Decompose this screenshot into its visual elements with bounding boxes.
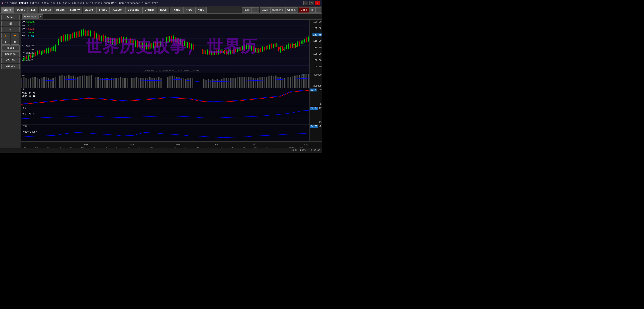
- detail-date: 04 Aug 20: [22, 45, 34, 48]
- price-axis: 130.00 125.00 120.05 115.00 110.00 105.0…: [310, 20, 322, 73]
- svg-rect-324: [30, 78, 32, 88]
- price-chart[interactable]: O= 116.90 H= 121.25 L= 116.65 L= 120.05 …: [21, 20, 322, 73]
- svg-rect-397: [214, 80, 216, 88]
- day-26: 26: [231, 147, 234, 148]
- svg-rect-327: [36, 78, 38, 88]
- star-icon-button[interactable]: ★: [1, 33, 10, 39]
- month-mar: Mar: [84, 144, 88, 146]
- day-16: 16: [104, 147, 107, 148]
- delta-value: +2.15: [26, 35, 34, 38]
- candle-group-peak: [58, 29, 91, 46]
- rsi-svg: [21, 106, 309, 124]
- close-value: 120.05: [26, 31, 36, 34]
- day-27: 27: [24, 147, 26, 148]
- svg-rect-422: [270, 76, 272, 88]
- svg-rect-418: [262, 77, 263, 88]
- menu-more[interactable]: More: [195, 7, 207, 13]
- price-105: 105.00: [313, 53, 322, 55]
- svg-rect-396: [212, 79, 214, 88]
- menu-grid[interactable]: ⊞: [310, 7, 315, 13]
- svg-rect-356: [106, 78, 108, 88]
- svg-rect-395: [210, 80, 211, 88]
- svg-rect-374: [149, 77, 150, 88]
- flag-icon-button[interactable]: ⚑: [11, 33, 19, 39]
- menu-save[interactable]: Save: [260, 7, 270, 13]
- title-bar: ❖ 12:50:02 KCEU20 Coffee (ICE), Sep 20, …: [0, 0, 322, 6]
- svg-rect-373: [147, 78, 148, 88]
- hist-button[interactable]: <Hist>: [1, 64, 20, 69]
- svg-rect-403: [228, 78, 229, 88]
- svg-rect-359: [113, 78, 114, 88]
- day-18b: 18: [220, 147, 222, 148]
- menu-alert[interactable]: Alert: [83, 7, 96, 13]
- rescl-button[interactable]: ReScl: [1, 45, 20, 51]
- menu-rfqs[interactable]: RFQs: [183, 7, 195, 13]
- close-button[interactable]: ✕: [315, 1, 320, 5]
- svg-rect-372: [145, 78, 146, 88]
- menu-trade[interactable]: Trade: [170, 7, 183, 13]
- menu-ordtkt[interactable]: OrdTkt: [142, 7, 157, 13]
- open-value: 116.90: [26, 21, 36, 24]
- rsi-current: 79.47: [310, 107, 318, 110]
- svg-rect-325: [32, 77, 34, 88]
- svg-rect-435: [301, 75, 302, 88]
- menu-support[interactable]: Support: [270, 7, 285, 13]
- title-time: 12:50:02: [5, 2, 17, 5]
- day-06b: 06: [300, 147, 303, 148]
- intd-button[interactable]: <IntD>: [1, 58, 20, 63]
- zoom-in-button[interactable]: ✚: [1, 39, 10, 45]
- menu-page[interactable]: Page: [242, 7, 252, 13]
- svg-rect-393: [205, 80, 207, 88]
- svg-rect-383: [174, 76, 175, 88]
- menu-bar-right: Page ←→ Save Support Window Exit ⊞ ?: [242, 7, 321, 13]
- svg-rect-336: [59, 76, 60, 88]
- svg-rect-340: [68, 75, 70, 88]
- menu-options[interactable]: Options: [125, 7, 142, 13]
- menu-exit[interactable]: Exit: [299, 7, 309, 13]
- menu-bar: Chart Quote T&S Status MScan SupSrv Aler…: [0, 6, 322, 14]
- svg-rect-326: [34, 77, 36, 88]
- menu-mscan[interactable]: MScan: [54, 7, 67, 13]
- restore-button[interactable]: ❐: [309, 1, 314, 5]
- chart-tab-main[interactable]: KCEU20,D: [22, 14, 38, 19]
- menu-allcon[interactable]: AllCon: [110, 7, 125, 13]
- menu-help[interactable]: ?: [316, 7, 321, 13]
- menu-chart[interactable]: Chart: [1, 7, 14, 13]
- svg-rect-375: [152, 78, 153, 88]
- svg-rect-381: [170, 76, 171, 88]
- vol-axis-300k: 300000: [313, 74, 322, 76]
- setup-button[interactable]: Setup: [1, 15, 20, 20]
- zoom-out-button[interactable]: ✖: [11, 39, 19, 45]
- svg-rect-430: [290, 77, 291, 88]
- svg-rect-378: [158, 77, 160, 88]
- vol-axis-200k: 200000: [313, 85, 322, 87]
- svg-rect-323: [28, 79, 29, 88]
- menu-snapq[interactable]: SnapQ: [96, 7, 110, 13]
- menu-quote[interactable]: Quote: [14, 7, 28, 13]
- menu-ts[interactable]: T&S: [28, 7, 38, 13]
- price-100: 100.00: [313, 59, 322, 62]
- date-axis: Mar Apr May Jun Jul Aug 27 03 10 18 24 0…: [21, 141, 322, 148]
- status-bar: NUM P005 12:50:03: [0, 148, 322, 153]
- studies-button[interactable]: Studies: [1, 52, 20, 57]
- candle-group-bottom: [202, 48, 236, 57]
- svg-rect-402: [226, 78, 227, 88]
- edit-icon-button[interactable]: ✎: [1, 27, 20, 32]
- menu-news[interactable]: News: [158, 7, 169, 13]
- menu-status[interactable]: Status: [39, 7, 54, 13]
- menu-arrows[interactable]: ←→: [252, 7, 259, 13]
- svg-rect-385: [178, 77, 180, 88]
- main-area: Setup 🖨 ✎ ★ ⚑ ✚ ✖ ReScl Studies <IntD> <…: [0, 14, 322, 148]
- svg-rect-421: [268, 76, 270, 88]
- minimize-button[interactable]: —: [303, 1, 308, 5]
- print-icon-button[interactable]: 🖨: [1, 21, 20, 26]
- menu-window[interactable]: Window: [286, 7, 298, 13]
- add-chart-tab-button[interactable]: +: [38, 14, 43, 19]
- svg-rect-413: [250, 77, 252, 88]
- svg-rect-367: [134, 78, 135, 88]
- menu-supsrv[interactable]: SupSrv: [68, 7, 82, 13]
- rsi-panel: RSI RSI= 79.47 50 25 79.47: [21, 106, 322, 124]
- svg-rect-417: [259, 77, 260, 88]
- stoch-axis-0: 0: [320, 103, 322, 106]
- status-page: P005: [300, 149, 306, 152]
